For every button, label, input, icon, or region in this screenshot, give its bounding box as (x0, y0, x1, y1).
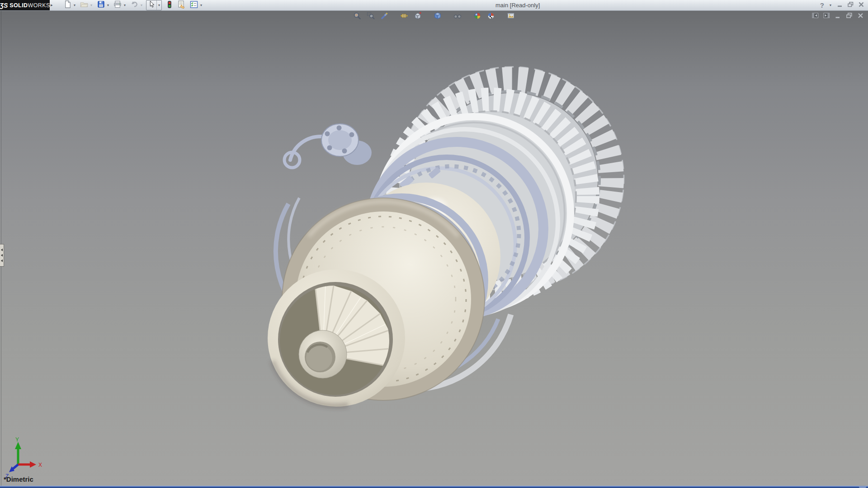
feature-panel-collapse-tab[interactable] (0, 244, 4, 267)
save-dropdown-caret[interactable]: ▼ (106, 0, 110, 10)
close-icon (858, 1, 864, 9)
y-axis-label: Y (15, 437, 19, 443)
file-properties-icon (177, 0, 186, 11)
open-button[interactable] (79, 0, 89, 10)
open-dropdown-caret[interactable]: ▼ (89, 0, 94, 10)
status-strip (0, 486, 868, 488)
help-dropdown-caret[interactable]: ▼ (828, 0, 833, 10)
print-button[interactable] (113, 0, 123, 10)
section-view-button[interactable] (399, 12, 409, 22)
options-dropdown-caret[interactable]: ▼ (199, 0, 203, 10)
view-orientation-label: *Dimetric (4, 475, 33, 483)
pane-left-icon (812, 12, 819, 21)
select-cursor-icon (147, 0, 156, 10)
display-style-icon (434, 12, 442, 22)
zoom-to-fit-icon (353, 12, 361, 22)
logo-brand-light: WORKS (28, 2, 50, 9)
undo-icon (130, 0, 139, 10)
toolbar-overflow-arrow[interactable]: ▸ (51, 2, 55, 8)
doc-restore-icon (846, 12, 853, 21)
new-document-button[interactable] (62, 0, 72, 10)
view-orientation-icon (414, 12, 422, 22)
accessory-flange[interactable] (321, 124, 372, 165)
save-button[interactable] (96, 0, 106, 10)
close-button[interactable] (858, 0, 864, 10)
x-axis-arrow (30, 461, 36, 468)
zoom-to-area-button[interactable] (366, 12, 376, 22)
3d-viewport[interactable]: Y X Z *Dimetric (0, 11, 868, 486)
hide-show-items-icon (453, 12, 462, 22)
options-icon (189, 0, 198, 11)
collapse-arrow-icon (1, 259, 3, 262)
exhaust-hub[interactable] (299, 330, 347, 378)
help-button[interactable]: ? (820, 0, 824, 10)
minimize-button[interactable] (837, 0, 843, 10)
resize-grip (859, 486, 866, 488)
fuel-line-pipe[interactable] (284, 136, 321, 168)
open-folder-icon (80, 0, 89, 10)
main-toolbar: ▼ ▼ ▼ (62, 0, 206, 10)
doc-minimize-button[interactable] (834, 13, 842, 20)
print-icon (113, 0, 122, 10)
doc-minimize-icon (835, 12, 841, 21)
doc-close-button[interactable] (857, 13, 864, 20)
logo-brand-bold: SOLID (9, 2, 28, 9)
help-icon: ? (820, 1, 824, 9)
edit-appearance-button[interactable] (472, 12, 482, 22)
logo-glyph: ƷS (0, 2, 8, 9)
view-settings-button[interactable] (506, 12, 516, 22)
rebuild-button[interactable] (165, 0, 175, 10)
options-button[interactable] (189, 0, 199, 10)
heads-up-toolbar (352, 12, 516, 22)
select-dropdown-caret[interactable]: ▼ (156, 0, 161, 10)
zoom-to-area-icon (367, 12, 375, 22)
apply-scene-button[interactable] (486, 12, 496, 22)
file-properties-button[interactable] (177, 0, 187, 10)
app-titlebar: ƷS SOLIDWORKS ▸ ▼ ▼ (0, 0, 868, 11)
traffic-light-icon (165, 0, 174, 11)
zoom-to-fit-button[interactable] (352, 12, 362, 22)
window-title: main [Read-only] (495, 2, 540, 9)
minimize-icon (837, 1, 843, 9)
restore-icon (847, 1, 854, 9)
display-style-button[interactable] (433, 12, 443, 22)
pane-left-button[interactable] (811, 13, 819, 20)
save-icon (97, 0, 105, 10)
solidworks-logo: ƷS SOLIDWORKS (0, 0, 50, 10)
restore-button[interactable] (847, 0, 854, 10)
select-tool-button[interactable]: ▼ (146, 0, 162, 10)
engine-model[interactable] (0, 11, 868, 486)
x-axis-label: X (38, 462, 42, 468)
view-settings-icon (507, 12, 515, 22)
new-document-icon (63, 0, 72, 10)
pane-right-icon (823, 12, 830, 21)
new-dropdown-caret[interactable]: ▼ (72, 0, 77, 10)
hide-show-items-button[interactable] (453, 12, 462, 22)
collapse-arrow-icon (1, 254, 3, 257)
apply-scene-icon (487, 12, 495, 22)
previous-view-button[interactable] (379, 12, 389, 22)
document-window-controls (811, 13, 864, 20)
doc-restore-button[interactable] (845, 13, 853, 20)
view-orientation-button[interactable] (413, 12, 423, 22)
doc-close-icon (857, 12, 864, 21)
undo-button[interactable] (129, 0, 139, 10)
y-axis-arrow (15, 442, 21, 449)
pane-right-button[interactable] (823, 13, 830, 20)
undo-dropdown-caret[interactable]: ▼ (139, 0, 144, 10)
print-dropdown-caret[interactable]: ▼ (123, 0, 127, 10)
section-view-icon (400, 12, 408, 22)
edit-appearance-icon (473, 12, 481, 22)
previous-view-icon (380, 12, 388, 22)
collapse-arrow-icon (1, 249, 3, 251)
